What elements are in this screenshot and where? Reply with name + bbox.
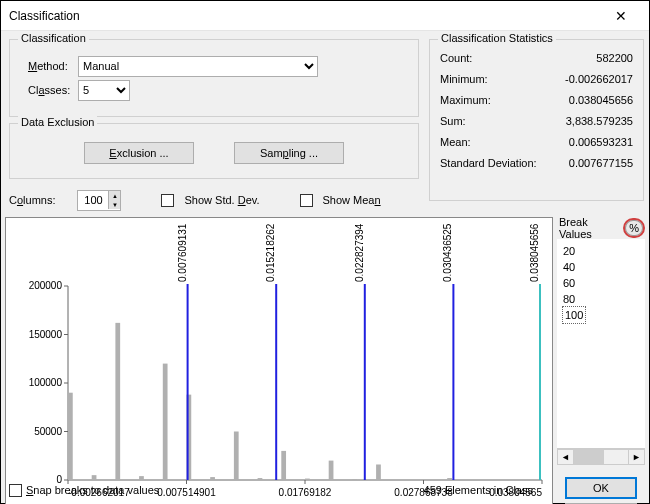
ok-button[interactable]: OK	[565, 477, 637, 499]
data-exclusion-group: Data Exclusion Exclusion ... Sampling ..…	[9, 123, 419, 179]
stats-grid: Count:582200Minimum:-0.002662017Maximum:…	[430, 40, 643, 184]
close-icon[interactable]: ✕	[601, 2, 641, 30]
classes-label: Classes:	[18, 84, 78, 96]
spinner-buttons[interactable]: ▲▼	[108, 191, 120, 209]
scroll-right-icon[interactable]: ►	[628, 449, 645, 465]
svg-text:50000: 50000	[34, 426, 62, 437]
svg-text:0.007514901: 0.007514901	[157, 487, 216, 498]
svg-rect-31	[281, 451, 286, 480]
exclusion-button[interactable]: Exclusion ...	[84, 142, 194, 164]
svg-rect-33	[329, 461, 334, 480]
elements-in-class: 459 Elements in Class	[424, 481, 533, 499]
percent-button[interactable]: %	[623, 218, 645, 238]
break-values-list[interactable]: 20406080100	[557, 239, 645, 327]
scroll-left-icon[interactable]: ◄	[557, 449, 574, 465]
columns-spinner[interactable]: ▲▼	[77, 190, 121, 211]
snap-label: Snap breaks to data values	[26, 484, 159, 496]
svg-text:0.007609131: 0.007609131	[177, 223, 188, 282]
snap-checkbox[interactable]	[9, 484, 22, 497]
method-label: Method:	[18, 60, 78, 72]
svg-rect-28	[210, 477, 215, 480]
dialog-buttons: OK Cancel	[557, 477, 645, 504]
svg-rect-25	[139, 476, 144, 480]
data-exclusion-legend: Data Exclusion	[18, 116, 97, 128]
svg-rect-26	[163, 364, 168, 480]
columns-input[interactable]	[78, 191, 108, 210]
snap-row: Snap breaks to data values	[9, 481, 159, 499]
histogram-chart: 050000100000150000200000-0.0026620170.00…	[5, 217, 553, 504]
dialog-title: Classification	[9, 9, 601, 23]
svg-text:0.01769182: 0.01769182	[279, 487, 332, 498]
sampling-button[interactable]: Sampling ...	[234, 142, 344, 164]
show-mean-checkbox[interactable]	[300, 194, 313, 207]
svg-text:0.038045656: 0.038045656	[529, 223, 540, 282]
stats-row: Minimum:-0.002662017	[440, 73, 633, 94]
stats-row: Sum:3,838.579235	[440, 115, 633, 136]
classification-group: Classification Method: Manual Classes: 5	[9, 39, 419, 117]
svg-rect-32	[305, 479, 310, 480]
break-values-scrollbar[interactable]: ◄ ►	[557, 448, 645, 465]
break-values-panel: Break Values % 20406080100 ◄ ►	[557, 217, 645, 465]
stats-row: Mean:0.006593231	[440, 136, 633, 157]
show-std-label: Show Std. Dev.	[184, 194, 259, 206]
stats-legend: Classification Statistics	[438, 32, 556, 44]
columns-row: Columns: ▲▼ Show Std. Dev. Show Mean	[9, 187, 419, 213]
stats-row: Count:582200	[440, 52, 633, 73]
svg-rect-35	[376, 464, 381, 480]
svg-rect-36	[447, 478, 452, 480]
classification-dialog: Classification ✕ Classification Method: …	[0, 0, 650, 504]
svg-rect-22	[68, 393, 73, 480]
classes-select[interactable]: 5	[78, 80, 130, 101]
break-value-item[interactable]: 100	[563, 307, 639, 323]
svg-rect-30	[258, 478, 263, 480]
svg-text:150000: 150000	[29, 329, 63, 340]
svg-rect-34	[352, 479, 357, 480]
svg-text:0.030436525: 0.030436525	[442, 223, 453, 282]
dialog-body: Classification Method: Manual Classes: 5…	[1, 31, 649, 503]
svg-text:0.022827394: 0.022827394	[354, 223, 365, 282]
svg-rect-23	[92, 475, 97, 480]
svg-text:100000: 100000	[29, 377, 63, 388]
svg-rect-29	[234, 432, 239, 481]
stats-row: Standard Deviation:0.007677155	[440, 157, 633, 178]
columns-label: Columns:	[9, 194, 55, 206]
method-select[interactable]: Manual	[78, 56, 318, 77]
svg-text:0.015218262: 0.015218262	[265, 223, 276, 282]
break-value-item[interactable]: 60	[563, 275, 639, 291]
stats-group: Classification Statistics Count:582200Mi…	[429, 39, 644, 201]
classification-legend: Classification	[18, 32, 89, 44]
break-value-item[interactable]: 40	[563, 259, 639, 275]
break-value-item[interactable]: 80	[563, 291, 639, 307]
svg-rect-24	[115, 323, 120, 480]
show-mean-label: Show Mean	[323, 194, 381, 206]
break-value-item[interactable]: 20	[563, 243, 639, 259]
titlebar: Classification ✕	[1, 1, 649, 31]
svg-text:200000: 200000	[29, 280, 63, 291]
stats-row: Maximum:0.038045656	[440, 94, 633, 115]
show-std-checkbox[interactable]	[161, 194, 174, 207]
break-values-title: Break Values	[559, 216, 623, 240]
